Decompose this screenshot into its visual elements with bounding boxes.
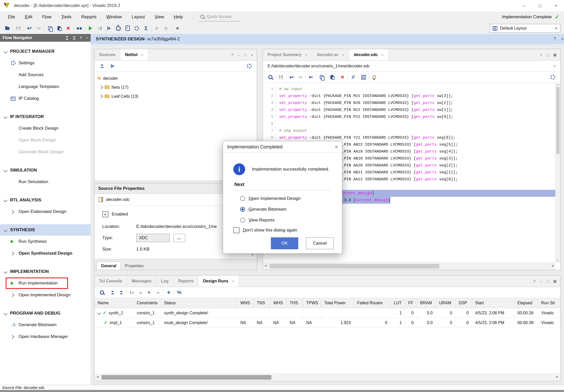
scroll-down-icon[interactable]: ▼ <box>556 259 560 262</box>
resume-run-button[interactable] <box>145 288 154 297</box>
maximize-window-icon[interactable]: □ <box>532 0 548 11</box>
collapse-all-button[interactable] <box>108 288 117 297</box>
tab-netlist[interactable]: Netlist× <box>120 49 148 60</box>
table-row-impl-1[interactable]: ✓impl_1constrs_1route_design Complete!NA… <box>95 318 560 328</box>
sidebar-item-run-simulation[interactable]: Run Simulation <box>0 176 91 188</box>
tab-general[interactable]: General <box>97 262 121 270</box>
close-icon[interactable]: × <box>553 64 556 68</box>
close-tab-icon[interactable]: × <box>342 53 344 57</box>
help-icon[interactable]: ? <box>231 53 233 57</box>
expand-all-button[interactable] <box>117 288 126 297</box>
copy-button[interactable] <box>317 73 326 82</box>
sidebar-item-add-sources[interactable]: Add Sources <box>0 69 91 81</box>
table-row-synth-1[interactable]: ✓synth_1constrs_1synth_design Complete!1… <box>95 308 560 318</box>
dialog-title-bar[interactable]: Implementation Completed × <box>223 141 342 153</box>
netlist-button[interactable] <box>104 24 114 33</box>
column-header-start[interactable]: Start <box>472 298 514 308</box>
search-button[interactable] <box>266 73 275 82</box>
scrollbar-thumb[interactable] <box>556 87 560 154</box>
menu-view[interactable]: View <box>150 14 169 20</box>
collapse-all-button[interactable] <box>98 62 106 70</box>
save-button[interactable] <box>14 24 23 33</box>
help-icon[interactable]: ? <box>533 279 535 283</box>
gate-button[interactable] <box>162 24 171 33</box>
first-run-button[interactable]: ◀ <box>127 288 136 297</box>
close-panel-icon[interactable]: × <box>251 53 253 57</box>
collapse-all-icon[interactable] <box>65 36 69 40</box>
delete-button[interactable]: × <box>64 24 73 33</box>
save-file-button[interactable] <box>277 73 285 82</box>
toggle-comment-button[interactable]: // <box>349 73 357 82</box>
menu-help[interactable]: Help <box>169 14 188 20</box>
sidebar-item-open-elaborated-design[interactable]: Open Elaborated Design <box>0 206 91 218</box>
copy-button[interactable] <box>45 24 54 33</box>
sidebar-item-language-templates[interactable]: Language Templates <box>0 81 91 93</box>
dialog-option-view-reports[interactable]: View Reports <box>240 215 301 226</box>
flow-section-header-implementation[interactable]: IMPLEMENTATION <box>0 266 91 277</box>
column-header-whs[interactable]: WHS <box>270 298 287 308</box>
horizontal-scrollbar[interactable]: ◀ ▶ <box>95 374 560 381</box>
column-header-bram[interactable]: BRAM <box>417 298 436 308</box>
prev-run-button[interactable]: « <box>136 288 145 297</box>
expand-collapse-icon[interactable] <box>73 36 76 40</box>
browse-type-button[interactable]: ... <box>173 234 185 242</box>
flow-section-header-simulation[interactable]: SIMULATION <box>0 165 91 176</box>
minimize-panel-icon[interactable]: – <box>86 36 88 40</box>
redo-button[interactable]: ↪ <box>296 73 305 82</box>
close-tab-icon[interactable]: × <box>305 53 307 57</box>
sidebar-item-open-hardware-manager[interactable]: Open Hardware Manager <box>0 331 91 343</box>
layout-selector[interactable]: Default Layout ▼ <box>490 24 560 33</box>
flow-section-header-synthesis[interactable]: SYNTHESIS <box>0 224 91 236</box>
tree-item-decoder[interactable]: Ndecoder <box>95 74 257 83</box>
cut-button[interactable]: ✂ <box>306 73 315 82</box>
sidebar-item-generate-bitstream[interactable]: ↓0110Generate Bitstream <box>0 319 91 331</box>
editor-settings-button[interactable] <box>549 73 557 82</box>
sidebar-item-generate-block-design[interactable]: Generate Block Design <box>0 146 91 158</box>
code-line[interactable]: 6 <box>263 120 556 127</box>
tab-log[interactable]: Log <box>156 275 173 287</box>
code-line[interactable]: 8set_property -dict {PACKAGE_PIN Y21 IOS… <box>263 134 556 141</box>
paste-button[interactable] <box>328 73 336 82</box>
scrollbar-thumb[interactable] <box>101 375 271 380</box>
close-tab-icon[interactable]: × <box>381 53 384 57</box>
tab-messages[interactable]: Messages <box>127 275 157 287</box>
minimize-panel-icon[interactable]: – <box>238 53 240 57</box>
sidebar-item-open-block-design[interactable]: Open Block Design <box>0 134 91 146</box>
column-header-ff[interactable]: FF <box>405 298 417 308</box>
chevron-down-icon[interactable] <box>97 311 101 315</box>
restore-panel-icon[interactable]: ▣ <box>553 279 557 283</box>
open-project-button[interactable] <box>3 24 12 33</box>
paste-button[interactable] <box>54 24 64 33</box>
percent-button[interactable]: % <box>175 288 184 297</box>
type-select[interactable]: XDC <box>136 234 170 242</box>
menu-file[interactable]: File <box>3 14 20 20</box>
restore-panel-icon[interactable]: ▣ <box>553 52 557 57</box>
dont-show-again-checkbox[interactable] <box>233 227 240 233</box>
flow-section-header-project-manager[interactable]: PROJECT MANAGER <box>0 46 91 57</box>
sidebar-item-ip-catalog[interactable]: IP Catalog <box>0 93 91 104</box>
sum-button[interactable]: Σ <box>141 24 151 33</box>
tree-item-nets[interactable]: Nets (17) <box>95 83 257 92</box>
menu-reports[interactable]: Reports <box>76 14 101 20</box>
float-panel-icon[interactable]: □ <box>244 53 246 57</box>
settings-button[interactable] <box>132 24 141 33</box>
undo-button[interactable]: ↩ <box>25 24 34 33</box>
code-line[interactable]: 2set_property -dict {PACKAGE_PIN M21 IOS… <box>263 93 556 100</box>
scroll-up-icon[interactable]: ▲ <box>556 83 560 86</box>
tab-design-runs[interactable]: Design Runs× <box>199 275 239 287</box>
column-header-lut[interactable]: LUT <box>391 298 405 308</box>
code-line[interactable]: 3set_property -dict {PACKAGE_PIN N20 IOS… <box>263 100 556 106</box>
close-tab-icon[interactable]: × <box>232 279 234 283</box>
dialog-option-generate-bitstream[interactable]: Generate Bitstream <box>240 204 301 215</box>
menu-tools[interactable]: Tools <box>56 14 76 20</box>
column-header-elapsed[interactable]: Elapsed <box>514 298 538 308</box>
next-run-button[interactable]: » <box>154 288 163 297</box>
column-header-uram[interactable]: URAM <box>436 298 456 308</box>
tab-sources[interactable]: Sources <box>95 49 120 60</box>
sidebar-item-open-implemented-design[interactable]: Open Implemented Design <box>0 289 91 301</box>
horizontal-scrollbar[interactable]: ◀ ▶ <box>263 262 556 270</box>
netlist-view-button[interactable] <box>108 62 117 70</box>
vertical-scrollbar[interactable]: ▲ ▼ <box>555 83 560 263</box>
code-line[interactable]: 4set_property -dict {PACKAGE_PIN N22 IOS… <box>263 106 556 113</box>
menu-window[interactable]: Window <box>101 14 127 20</box>
